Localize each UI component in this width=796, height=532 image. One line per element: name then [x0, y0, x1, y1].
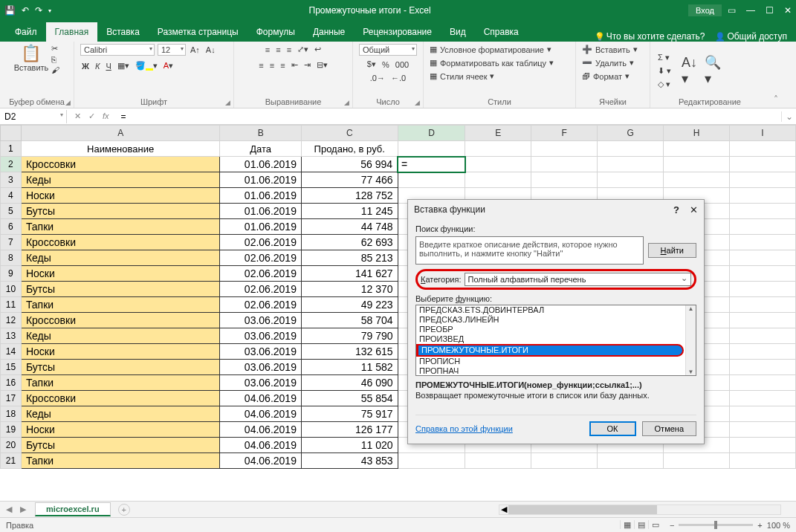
- cell-empty[interactable]: [598, 157, 664, 172]
- cell-date[interactable]: 02.06.2019: [220, 235, 302, 250]
- column-header-E[interactable]: E: [465, 126, 531, 141]
- horizontal-scrollbar[interactable]: ◀: [130, 505, 796, 515]
- font-family-combo[interactable]: Calibri: [80, 44, 155, 56]
- ok-button[interactable]: ОК: [589, 421, 636, 436]
- row-header-14[interactable]: 14: [1, 344, 22, 360]
- cell-date[interactable]: 04.06.2019: [220, 453, 302, 469]
- tell-me-search[interactable]: Что вы хотите сделать?: [595, 31, 705, 42]
- borders-icon[interactable]: ▦▾: [116, 60, 131, 71]
- paste-icon[interactable]: 📋: [14, 44, 49, 63]
- cell-date[interactable]: 01.06.2019: [220, 188, 302, 204]
- cell-name[interactable]: Носки: [21, 266, 219, 282]
- row-header-11[interactable]: 11: [1, 297, 22, 313]
- cell-empty[interactable]: [531, 157, 598, 172]
- new-sheet-button[interactable]: +: [118, 504, 130, 516]
- minimize-icon[interactable]: —: [746, 5, 755, 16]
- view-buttons[interactable]: ▦▤▭: [620, 520, 662, 530]
- row-header-1[interactable]: 1: [1, 141, 22, 157]
- column-header-F[interactable]: F: [531, 126, 598, 141]
- row-header-2[interactable]: 2: [1, 157, 22, 172]
- cell-empty[interactable]: [730, 344, 796, 360]
- cell-empty[interactable]: [730, 172, 796, 188]
- cell-name[interactable]: Бутсы: [21, 360, 219, 375]
- clipboard-dialog-launcher-icon[interactable]: ◢: [65, 99, 71, 106]
- cell-date[interactable]: 04.06.2019: [220, 406, 302, 422]
- cell-empty[interactable]: [730, 188, 796, 204]
- expand-formula-bar-icon[interactable]: ⌄: [781, 111, 796, 122]
- currency-icon[interactable]: $▾: [366, 59, 378, 70]
- increase-indent-icon[interactable]: ⇥: [302, 59, 312, 71]
- align-bottom-icon[interactable]: ≡: [285, 45, 293, 55]
- tab-review[interactable]: Рецензирование: [354, 22, 441, 42]
- row-header-10[interactable]: 10: [1, 282, 22, 297]
- formula-input[interactable]: =: [117, 110, 781, 123]
- dialog-close-icon[interactable]: ✕: [690, 204, 698, 215]
- cell-value[interactable]: 12 370: [301, 282, 398, 297]
- insert-function-icon[interactable]: fx: [103, 111, 109, 121]
- fill-icon[interactable]: ⬇ ▾: [656, 65, 673, 77]
- cell-name[interactable]: Кроссовки: [21, 235, 219, 250]
- cell-empty[interactable]: [398, 453, 465, 469]
- align-top-icon[interactable]: ≡: [264, 45, 271, 55]
- cell-empty[interactable]: [730, 297, 796, 313]
- copy-icon[interactable]: ⎘: [51, 55, 59, 64]
- merge-center-icon[interactable]: ⊟▾: [315, 59, 329, 71]
- cell-empty[interactable]: [664, 157, 730, 172]
- cell-value[interactable]: 58 704: [301, 313, 398, 328]
- function-list-scrollbar[interactable]: ▲▼: [685, 305, 696, 375]
- row-header-9[interactable]: 9: [1, 266, 22, 282]
- cell-name[interactable]: Кеды: [21, 328, 219, 344]
- cell-date[interactable]: 02.06.2019: [220, 250, 302, 266]
- cell-name[interactable]: Бутсы: [21, 438, 219, 453]
- cell-value[interactable]: 49 223: [301, 297, 398, 313]
- row-header-8[interactable]: 8: [1, 250, 22, 266]
- cell-name[interactable]: Бутсы: [21, 282, 219, 297]
- cell-empty[interactable]: [730, 360, 796, 375]
- increase-decimal-icon[interactable]: .0→: [369, 73, 386, 83]
- clear-icon[interactable]: ◇ ▾: [656, 79, 673, 90]
- cancel-formula-icon[interactable]: ✕: [74, 111, 81, 121]
- decrease-font-icon[interactable]: A↓: [204, 45, 217, 55]
- row-header-15[interactable]: 15: [1, 360, 22, 375]
- cell-value[interactable]: 44 748: [301, 219, 398, 235]
- sign-in-button[interactable]: Вход: [688, 4, 722, 16]
- cell-empty[interactable]: [730, 250, 796, 266]
- number-format-combo[interactable]: Общий: [359, 44, 417, 56]
- find-select-icon[interactable]: 🔍▾: [705, 54, 721, 87]
- row-header-6[interactable]: 6: [1, 219, 22, 235]
- cell-empty[interactable]: [730, 391, 796, 406]
- row-header-4[interactable]: 4: [1, 188, 22, 204]
- cell-date[interactable]: 03.06.2019: [220, 313, 302, 328]
- cell-empty[interactable]: [598, 172, 664, 188]
- cell-date[interactable]: 04.06.2019: [220, 438, 302, 453]
- cell-name[interactable]: Тапки: [21, 297, 219, 313]
- function-list[interactable]: ПРЕДСКАЗ.ETS.ДОВИНТЕРВАЛПРЕДСКАЗ.ЛИНЕЙНП…: [415, 305, 696, 376]
- function-list-item[interactable]: ПРОПНАЧ: [416, 366, 696, 376]
- cell-value[interactable]: 77 466: [301, 172, 398, 188]
- zoom-out-icon[interactable]: −: [670, 521, 674, 530]
- cell-value[interactable]: 128 752: [301, 188, 398, 204]
- column-header-D[interactable]: D: [398, 126, 465, 141]
- cell-value[interactable]: 56 994: [301, 157, 398, 172]
- underline-button[interactable]: Ч: [104, 61, 112, 71]
- tab-home[interactable]: Главная: [46, 22, 98, 42]
- number-dialog-launcher-icon[interactable]: ◢: [415, 99, 420, 106]
- cell-empty[interactable]: [465, 157, 531, 172]
- column-header-C[interactable]: C: [301, 126, 398, 141]
- cell-name[interactable]: Кроссовки: [21, 157, 219, 172]
- cell-name[interactable]: Кеды: [21, 172, 219, 188]
- tab-insert[interactable]: Вставка: [97, 22, 149, 42]
- function-list-item[interactable]: ПРОМЕЖУТОЧНЫЕ.ИТОГИ: [416, 344, 684, 357]
- cell-value[interactable]: 85 213: [301, 250, 398, 266]
- tab-view[interactable]: Вид: [441, 22, 475, 42]
- cell-empty[interactable]: [531, 453, 598, 469]
- percent-icon[interactable]: %: [381, 59, 391, 70]
- cell-value[interactable]: 79 790: [301, 328, 398, 344]
- cancel-button[interactable]: Отмена: [642, 421, 696, 436]
- tab-file[interactable]: Файл: [6, 22, 46, 42]
- format-as-table-button[interactable]: ▦Форматировать как таблицу ▾: [430, 57, 554, 68]
- save-icon[interactable]: 💾: [4, 5, 16, 16]
- row-header-17[interactable]: 17: [1, 391, 22, 406]
- cell-name[interactable]: Тапки: [21, 375, 219, 391]
- ribbon-options-icon[interactable]: ▭: [728, 5, 736, 16]
